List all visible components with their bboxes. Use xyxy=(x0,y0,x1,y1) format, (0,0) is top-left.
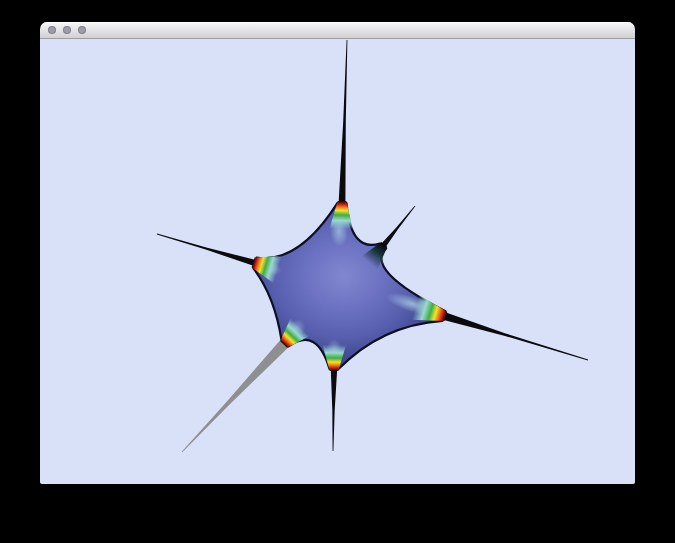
window-titlebar[interactable] xyxy=(40,22,635,39)
spike-left xyxy=(157,234,256,266)
spike-bottom xyxy=(331,369,337,451)
zoom-button[interactable] xyxy=(78,26,86,34)
minimize-button[interactable] xyxy=(63,26,71,34)
spike-upper-right xyxy=(381,206,416,248)
viewport[interactable] xyxy=(40,39,635,484)
spike-lower-left xyxy=(182,339,289,452)
window-controls xyxy=(48,22,86,38)
app-window xyxy=(40,22,635,484)
desktop xyxy=(0,0,675,543)
close-button[interactable] xyxy=(48,26,56,34)
spike-top xyxy=(339,40,348,203)
surface-svg xyxy=(40,39,635,484)
spike-right xyxy=(443,312,588,360)
